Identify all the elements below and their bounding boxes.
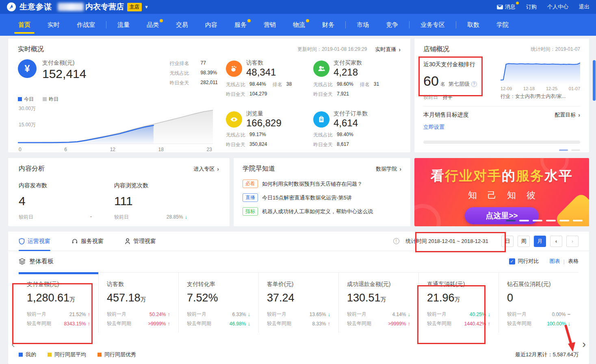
tab-service-window[interactable]: 服务视窗 [72, 232, 104, 251]
tab-management-window[interactable]: 管理视窗 [125, 232, 156, 251]
cards-next-arrow[interactable]: › [582, 338, 586, 351]
nav-traffic[interactable]: 流量 [116, 14, 131, 36]
peer-compare-checkbox[interactable]: ✓ [509, 258, 515, 264]
nav-service[interactable]: 服务 [233, 14, 248, 36]
panel-title: 实时概况 [18, 45, 44, 54]
card-ztc-cost[interactable]: 直通车消耗(元) 21.96万 较前一月40.25% 较去年同期1440.42% [418, 272, 498, 333]
messages-link[interactable]: 消息 [497, 3, 516, 11]
shield-icon [19, 238, 25, 245]
panel-title: 内容分析 [19, 165, 45, 173]
pay-side-stats: 行业排名77 无线占比98.39% 昨日全天282,011 [170, 59, 218, 89]
separator: | [563, 258, 565, 264]
nav-academy[interactable]: 学院 [495, 14, 510, 36]
nav-logistics[interactable]: 物流 [291, 14, 307, 36]
chart-view-link[interactable]: 图表 [550, 258, 560, 265]
period-week-button[interactable]: 周 [518, 236, 530, 247]
configure-goal-link[interactable]: 配置目标 [555, 111, 576, 119]
eye-icon [226, 111, 242, 128]
nav-divider [409, 21, 410, 28]
person-icon [125, 238, 130, 245]
pager-dash[interactable] [519, 220, 529, 221]
nav-market[interactable]: 市场 [355, 14, 371, 36]
pager-dash-active[interactable] [559, 150, 568, 151]
academy-item[interactable]: 必看 如何利用实时数据预判当天店铺存在问题？ [243, 180, 401, 188]
nav-home[interactable]: 首页 [17, 14, 32, 36]
ad-banner[interactable]: 看行业对手的服务水平 知己知彼 点这里>> [414, 158, 589, 226]
nav-content[interactable]: 内容 [204, 14, 219, 36]
order-list-icon [313, 111, 329, 128]
pager-dash[interactable] [533, 220, 542, 221]
trend-arrow [248, 321, 251, 327]
tab-operations-window[interactable]: 运营视窗 [19, 232, 50, 251]
rank-value: 60 [423, 73, 439, 89]
trend-arrow [88, 311, 91, 317]
card-pay-amount[interactable]: 支付金额(元) 1,280.61万 较前一月21.52% 较去年同期8343.1… [19, 272, 98, 333]
metric-visitors: 访客数 48,341 无线占比98.44%排名38 昨日全天104,279 [226, 59, 313, 102]
banner-cta-button[interactable]: 点这里>> [465, 207, 539, 224]
stat-time: 统计时间：2019-01-07 [531, 46, 580, 53]
chart-legend: 今日 昨日 [18, 96, 222, 103]
info-icon[interactable]: ! [393, 238, 399, 244]
table-view-link[interactable]: 表格 [568, 258, 579, 265]
nav-badge-dot [160, 19, 163, 22]
brand-title: 生意参谋 [20, 2, 52, 12]
nav-realtime[interactable]: 实时 [46, 14, 61, 36]
scrollbar-thumb[interactable] [593, 60, 596, 101]
pager-dash[interactable] [546, 220, 556, 221]
help-icon[interactable]: ? [471, 81, 477, 87]
pay-amount-value: 152,414 [42, 67, 86, 81]
next-period-button[interactable]: › [566, 236, 579, 247]
card-refund-amount[interactable]: 成功退款金额(元) 130.51万 较前一月4.14% 较去年同期>9999% [338, 272, 418, 333]
legend-avg-swatch [48, 353, 52, 357]
data-academy-link[interactable]: 数据学院 [376, 165, 397, 173]
nav-trade[interactable]: 交易 [174, 14, 190, 36]
nav-data-fetch[interactable]: 取数 [466, 14, 481, 36]
card-diamond-cost[interactable]: 钻石展位消耗(元) 0 较前一月0.00% 较去年同期100.00% [498, 272, 579, 333]
banner-headline: 看行业对手的服务水平 [414, 167, 589, 185]
kpi-cards: 支付金额(元) 1,280.61万 较前一月21.52% 较去年同期8343.1… [19, 272, 579, 333]
board-header: 整体看板 ✓ 同行对比 图表 | 表格 [8, 251, 589, 271]
y-tick: 15.00万 [19, 121, 36, 128]
sycm-logo-icon [7, 2, 16, 12]
nav-business-zone[interactable]: 业务专区 [419, 14, 446, 36]
pager-dash[interactable] [573, 220, 583, 221]
card-visitors[interactable]: 访客数 457.18万 较前一月50.24% 较去年同期>9999% [98, 272, 178, 333]
metric-buyers: 支付买家数 4,218 无线占比98.60%排名31 昨日全天7,921 [313, 59, 401, 102]
shop-overview-panel: 店铺概况 统计时间：2019-01-07 近30天支付金额排行 60 名 第七层… [414, 39, 589, 152]
enter-zone-link[interactable]: 进入专区 [193, 165, 215, 173]
pager-dash-active[interactable] [506, 220, 516, 221]
trend-arrow [328, 321, 331, 327]
nav-category[interactable]: 品类 [145, 14, 160, 36]
message-icon [497, 5, 503, 9]
academy-item[interactable]: 直播 今日15点解密直通车数据化运营-第5讲 [243, 193, 401, 202]
nav-war-room[interactable]: 作战室 [75, 14, 97, 36]
period-day-button[interactable]: 日 [501, 236, 514, 247]
main-nav: 首页 实时 作战室 流量 品类 交易 内容 服务 营销 物流 财务 市场 竞争 … [0, 14, 596, 36]
pager-dash[interactable] [571, 150, 580, 151]
realtime-overview-panel: 实时概况 更新时间：2019-01-08 16:29:29 实时直播 › ¥ 支… [8, 39, 410, 152]
pager-dash[interactable] [559, 220, 569, 221]
shop-name-blurred [58, 3, 84, 11]
legend-yesterday-swatch [43, 97, 47, 101]
card-avg-order-value[interactable]: 客单价(元) 37.24 较前一月13.65% 较去年同期8.33% [258, 272, 338, 333]
academy-item[interactable]: 指标 机器人成功转人工率如何定义，帮助中心这么说 [243, 207, 401, 216]
buyers-icon [313, 61, 329, 77]
personal-center-link[interactable]: 个人中心 [547, 3, 568, 11]
set-now-link[interactable]: 立即设置 [423, 124, 444, 131]
nav-marketing[interactable]: 营销 [262, 14, 277, 36]
chevron-down-icon[interactable]: ▼ [144, 4, 149, 9]
order-link[interactable]: 订购 [526, 3, 537, 11]
prev-period-button[interactable]: ‹ [550, 236, 562, 247]
period-month-button[interactable]: 月 [534, 236, 546, 247]
pay-amount-block: ¥ 支付金额(元) 152,414 行业排名77 无线占比98.39% 昨日全天… [18, 59, 222, 152]
cards-prev-arrow[interactable]: ‹ [11, 338, 15, 351]
nav-finance[interactable]: 财务 [321, 14, 336, 36]
card-conversion-rate[interactable]: 支付转化率 7.52% 较前一月6.33% 较去年同期46.98% [178, 272, 258, 333]
goal-title: 本月销售目标进度 [423, 111, 469, 119]
nav-divider [456, 21, 456, 28]
logout-link[interactable]: 退出 [579, 3, 589, 11]
nav-competition[interactable]: 竞争 [384, 14, 400, 36]
chevron-right-icon: › [217, 166, 219, 172]
scrollbar[interactable] [592, 0, 596, 364]
realtime-live-link[interactable]: 实时直播 [375, 46, 396, 53]
